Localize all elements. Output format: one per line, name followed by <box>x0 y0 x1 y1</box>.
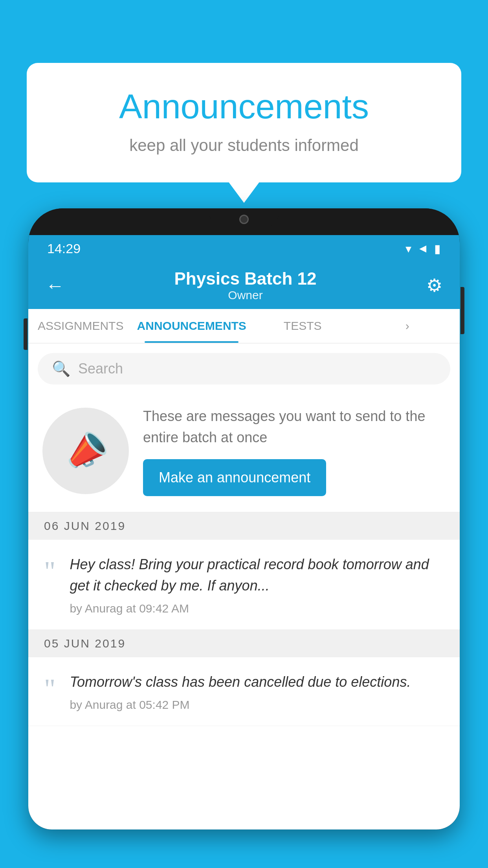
announcement-text-1: Hey class! Bring your practical record b… <box>70 554 444 596</box>
settings-icon[interactable]: ⚙ <box>426 275 442 296</box>
tab-more[interactable]: › <box>355 309 460 343</box>
date-label-2: 05 JUN 2019 <box>44 637 126 650</box>
date-header-1: 06 JUN 2019 <box>28 512 460 540</box>
tab-announcements[interactable]: ANNOUNCEMENTS <box>133 309 250 343</box>
tab-tests[interactable]: TESTS <box>250 309 355 343</box>
speech-bubble: Announcements keep all your students inf… <box>27 63 461 182</box>
notch <box>209 208 279 230</box>
promo-content: These are messages you want to send to t… <box>143 406 446 496</box>
promo-icon-circle: 📣 <box>42 408 129 494</box>
back-button[interactable]: ← <box>46 275 64 296</box>
content-area: 🔍 Search 📣 These are messages you want t… <box>28 344 460 829</box>
search-bar[interactable]: 🔍 Search <box>38 353 450 384</box>
tab-bar: ASSIGNMENTS ANNOUNCEMENTS TESTS › <box>28 309 460 344</box>
status-bar: 14:29 ▾ ◄ ▮ <box>28 235 460 262</box>
megaphone-icon: 📣 <box>58 424 113 478</box>
header-center: Physics Batch 12 Owner <box>174 269 317 302</box>
power-button-right <box>460 287 464 334</box>
announcement-item-2[interactable]: " Tomorrow's class has been cancelled du… <box>28 657 460 726</box>
wifi-icon: ▾ <box>405 242 411 256</box>
promo-card: 📣 These are messages you want to send to… <box>28 394 460 512</box>
search-icon: 🔍 <box>52 360 70 377</box>
volume-button-left <box>24 318 28 350</box>
header-title: Physics Batch 12 <box>174 269 317 289</box>
quote-icon-1: " <box>44 557 55 585</box>
announcement-text-2: Tomorrow's class has been cancelled due … <box>70 671 444 693</box>
battery-icon: ▮ <box>434 242 441 256</box>
camera <box>239 215 249 224</box>
announcement-meta-1: by Anurag at 09:42 AM <box>70 602 444 615</box>
announcement-content-1: Hey class! Bring your practical record b… <box>70 554 444 615</box>
app-header: ← Physics Batch 12 Owner ⚙ <box>28 262 460 309</box>
status-icons: ▾ ◄ ▮ <box>405 242 441 256</box>
speech-bubble-container: Announcements keep all your students inf… <box>27 63 461 182</box>
status-time: 14:29 <box>47 241 81 256</box>
announcement-meta-2: by Anurag at 05:42 PM <box>70 698 444 712</box>
date-header-2: 05 JUN 2019 <box>28 630 460 657</box>
phone-wrapper: 14:29 ▾ ◄ ▮ ← Physics Batch 12 Owner ⚙ A… <box>28 208 460 868</box>
promo-description: These are messages you want to send to t… <box>143 406 446 448</box>
speech-bubble-title: Announcements <box>58 86 430 127</box>
phone-top-bar <box>28 208 460 235</box>
search-placeholder: Search <box>78 360 123 377</box>
quote-icon-2: " <box>44 675 55 703</box>
announcement-content-2: Tomorrow's class has been cancelled due … <box>70 671 444 712</box>
speech-bubble-subtitle: keep all your students informed <box>58 136 430 155</box>
header-subtitle: Owner <box>174 289 317 302</box>
make-announcement-button[interactable]: Make an announcement <box>143 459 326 496</box>
phone-frame: 14:29 ▾ ◄ ▮ ← Physics Batch 12 Owner ⚙ A… <box>28 208 460 829</box>
signal-icon: ◄ <box>417 242 429 255</box>
announcement-item-1[interactable]: " Hey class! Bring your practical record… <box>28 540 460 630</box>
date-label-1: 06 JUN 2019 <box>44 519 126 533</box>
tab-assignments[interactable]: ASSIGNMENTS <box>28 309 133 343</box>
